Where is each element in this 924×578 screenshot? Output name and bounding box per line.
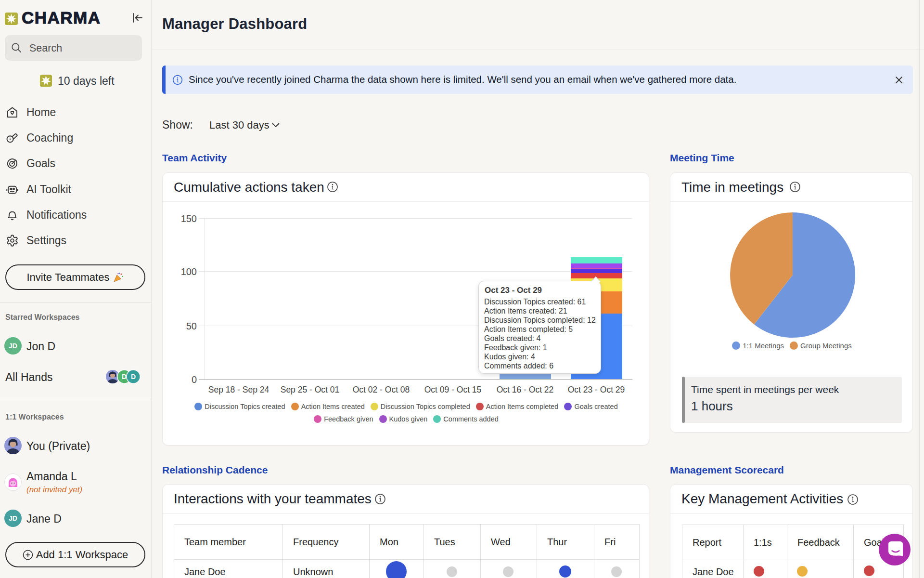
svg-text:D: D [122, 373, 127, 381]
svg-text:D: D [131, 373, 136, 381]
